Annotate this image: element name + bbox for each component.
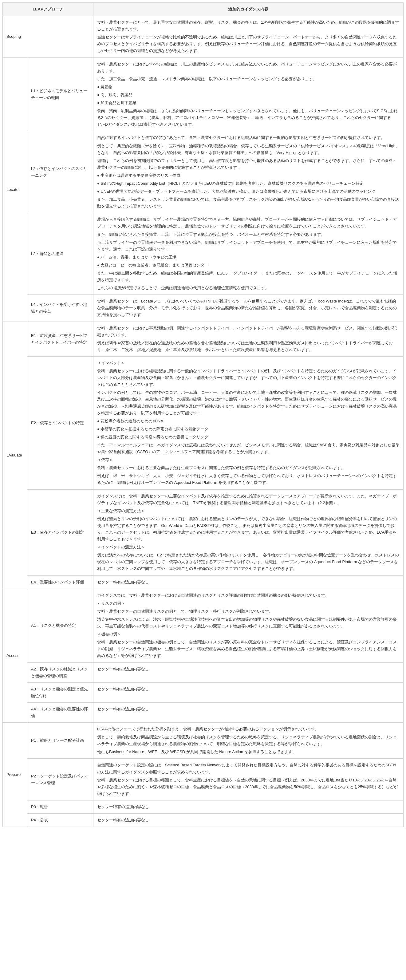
text: ＜依存＞ (97, 457, 400, 463)
text: ● 肉、鶏肉、乳製品 (97, 92, 400, 99)
text: 食料・農業セクターにおける目標の種類として、食料生産における目標値を（自然の意地… (97, 777, 400, 797)
text: セクター特有の追加内容なし (97, 666, 400, 673)
text: ● 加工食品と川下産業 (97, 100, 400, 107)
text: ＜機会の例＞ (97, 631, 400, 638)
sub-l3: L3：自然との接点 (27, 213, 94, 295)
text: ● 農産物 (97, 84, 400, 91)
content-a1: ガイダンスでは、食料・農業セクターにおける自然関連のリスクとリスク評価の例並び自… (94, 589, 404, 662)
text: ● 大豆とコーヒーの輸出業者、協同組合、または保管センター (97, 262, 400, 269)
phase-assess: Assess (3, 589, 27, 722)
content-a2: セクター特有の追加内容なし (94, 662, 404, 682)
text: ● 花粉媒介者数の追跡のためのeDNA (97, 418, 400, 425)
text: 食料・農業セクターにおける組織活動に関する一般的なインパクトドライバーとインパク… (97, 368, 400, 388)
text: ● UNEPの世界大気汚染データ・プラットフォームを参照した、大気汚染濃度が高い… (97, 188, 400, 195)
text: また、組織は特定された直接操業、上流、下流に位置する拠点が接点を持つ、バイオーム… (97, 231, 400, 238)
text: ＜インパクト＞ (97, 360, 400, 366)
text: 例えば、綿、米、サトウキビ、大豆、小麦、ジャガイモは水に大きく依存している作物と… (97, 473, 400, 486)
text: ● SBTNのHigh Impact Commodity List（HICL）及… (97, 180, 400, 187)
text: 食料・農業セクターの自然関連の機会の例として、自然関連のリスクが高い原材料の完全… (97, 639, 400, 659)
text: また、牛は拠点間を移動するため、組織は各国の物的資産登録簿、ESGデータプロバイ… (97, 270, 400, 283)
sub-p4: P4：公表 (27, 814, 94, 827)
text: 例として、典型的な穀類（米を除く）、豆科作物、油糧種子の栽培活動の場合、依存して… (97, 143, 400, 156)
text: 例えば淡水への依存については、E2 で特定された淡水依存度の高い作物のリストを使… (97, 552, 400, 572)
content-l4: 食料・農業セクターは、LocateフェーズにおいていくつかのTNFDが推奨するツ… (94, 295, 404, 321)
sub-e1: E1：環境資産、生態系サービスとインパクトドライバーの特定 (27, 321, 94, 356)
content-p2: 自然関連のターゲット設定の際には、Science Based Targets N… (94, 759, 404, 800)
text: セクター特有の追加内容なし (97, 706, 400, 713)
content-a4: セクター特有の追加内容なし (94, 702, 404, 722)
text: 食料・農業セクターにおけるすべての組織は、川上の農産物をビジネスモデルに組み込ん… (97, 61, 400, 75)
content-l2: 自然に対するインパクトと依存の特定にあたって、食料・農業セクターにおける組織活動… (94, 131, 404, 213)
sub-p1: P1：戦略とリソース配分計画 (27, 723, 94, 759)
text: ● 水循環の変化を把握するための降雨分布に関する気象データ (97, 426, 400, 433)
text: セクター特有の追加内容なし (97, 817, 400, 824)
sub-e3: E3：依存とインパクトの測定 (27, 489, 94, 576)
content-p4: セクター特有の追加内容なし (94, 814, 404, 827)
text: インパクトの例としては、牛の放牧やココア、パーム油、コーヒー、大豆の生産において… (97, 389, 400, 416)
text: ＜主要な依存の測定方法＞ (97, 508, 400, 514)
content-e4: セクター特有の追加内容なし (94, 576, 404, 589)
phase-prepare: Prepare (3, 723, 27, 827)
content-e1: 食料・農業セクターにおける事業活動の例、関連するインパクトドライバー、インパクト… (94, 321, 404, 356)
text: 農場から直接購入する組織は、サプライヤー農場の位置を特定できる一方、協同組合や商… (97, 216, 400, 230)
text: 例として、契約栽培及び商品調達から生じる環境及び社会的リスクを管理するための戦略… (97, 734, 400, 747)
text: セクター特有の追加内容なし (97, 686, 400, 692)
text: ＜インパクトの測定方法＞ (97, 544, 400, 550)
text: ● 生産または調達する主要農産物のリスト作成 (97, 172, 400, 179)
content-e2: ＜インパクト＞ 食料・農業セクターにおける組織活動に関する一般的なインパクトドラ… (94, 356, 404, 489)
text: 食料・農業セクターは、LocateフェーズにおいていくつかのTNFDが推奨するツ… (97, 298, 400, 318)
text: 当該セクターはサプライチェーンが複雑で比較的不透明であるため、組織は川上と川下の… (97, 34, 400, 54)
text: 組織は、これらの例を初期段階でのフィルターとして使用し、高い依存度と影響を持つ可… (97, 158, 400, 171)
text: 食料・農業セクターにおける事業活動の例、関連するインパクトドライバー、インパクト… (97, 325, 400, 339)
sub-l1: L1：ビジネスモデルとバリューチェーンの範囲 (27, 57, 94, 131)
content-a3: セクター特有の追加内容なし (94, 682, 404, 702)
sub-p2: P2：ターゲット設定及びパフォーマンス管理 (27, 759, 94, 800)
text: 食料・農業セクターの自然関連リスクの例として、物理リスク・移行リスクが列挙されて… (97, 608, 400, 615)
text: 食料・農業セクターにとって、最も重大な自然関連の依存、影響、リスク、機会の多くは… (97, 19, 400, 33)
text: ＜リスクの例＞ (97, 600, 400, 607)
phase-locate: Locate (3, 57, 27, 321)
sub-p3: P3：報告 (27, 800, 94, 813)
text: また、加工食品、小売業者、レストラン業界の組織においては、食品包装を含むプラスチ… (97, 196, 400, 210)
sub-a1: A1：リスクと機会の特定 (27, 589, 94, 662)
text: また、アニマルウェルフェアは、本ガイダンスでは広範には扱われていませんが、ビジネ… (97, 442, 400, 455)
sub-l4: L4：インパクトを受けやすい地域との接点 (27, 295, 94, 321)
phase-scoping: Scoping (3, 16, 94, 57)
text: ガイダンスでは、食料・農業セクターの主要なインパクト及び依存を推定するために推奨… (97, 493, 400, 506)
header-approach: LEAPアプローチ (3, 3, 94, 16)
text: 汚染集中や水ストレスによる、浄水・脱塩技術や土壌浄化技術への資本支出の増加等の物… (97, 616, 400, 630)
content-l3: 農場から直接購入する組織は、サプライヤー農場の位置を特定できる一方、協同組合や商… (94, 213, 404, 295)
text: ● 種の豊度の変化に関する洞察を得るための音響モニタリング (97, 434, 400, 441)
text: セクター特有の追加内容なし (97, 803, 400, 810)
text: また、加工食品、食品小売・流通、レストラン業界の組織は、以下のバリューチェーンを… (97, 76, 400, 83)
text: 例えば耕作や家畜の放牧／潜在的な過放牧のための整地を含む整地活動については土地の… (97, 340, 400, 353)
sub-l2: L2：依存とインパクトのスクリーニング (27, 131, 94, 213)
text: 食料・農業セクターにおける主要な商品または生産プロセスに関連した依存の例と依存を… (97, 465, 400, 471)
sub-a3: A3：リスクと機会の測定と優先順位付け (27, 682, 94, 702)
text: 自然関連のターゲット設定の際には、Science Based Targets N… (97, 762, 400, 775)
sub-e4: E4：重要性のインパクト評価 (27, 576, 94, 589)
sub-a2: A2：既存リスクの軽減とリスクと機会の管理の調整 (27, 662, 94, 682)
content-e3: ガイダンスでは、食料・農業セクターの主要なインパクト及び依存を推定するために推奨… (94, 489, 404, 576)
sub-a4: A4：リスクと機会の重要性の評価 (27, 702, 94, 722)
text: これらの場所が特定できることで、企業は調達地域の代用となる地理位置情報を使用でき… (97, 285, 400, 291)
text: 食肉、鶏肉、乳製品業界の組織は、さらに動物飼料のバリューチェーンもマッピングすべ… (97, 108, 400, 128)
content-p1: LEAPの他のフェーズで行われた分析を踏まえ、食料・農業セクターが検討する必要の… (94, 723, 404, 759)
text: ガイダンスでは、食料・農業セクターにおける自然関連のリスクとリスク評価の例並び自… (97, 592, 400, 599)
text: 他にもBusiness for Nature、WEF、及び WBCSD が共同で… (97, 749, 400, 755)
text: LEAPの他のフェーズで行われた分析を踏まえ、食料・農業セクターが検討する必要の… (97, 726, 400, 733)
text: セクター特有の追加内容なし (97, 579, 400, 585)
leap-guidance-table: LEAPアプローチ 追加的ガイダンス内容 Scoping 食料・農業セクターにと… (2, 2, 404, 827)
header-content: 追加的ガイダンス内容 (94, 3, 404, 16)
sub-e2: E2：依存とインパクトの特定 (27, 356, 94, 489)
phase-evaluate: Evaluate (3, 321, 27, 589)
text: 自然に対するインパクトと依存の特定にあたって、食料・農業セクターにおける組織活動… (97, 134, 400, 141)
text: 例えば窒素とリンの余剰のインパクトについては、農家における窒素とリンのデータが入… (97, 515, 400, 542)
content-scoping: 食料・農業セクターにとって、最も重大な自然関連の依存、影響、リスク、機会の多くは… (94, 16, 404, 57)
text: ● パーム油、青果、またはサトウキビの工場 (97, 254, 400, 261)
content-p3: セクター特有の追加内容なし (94, 800, 404, 813)
text: ※上流サプライヤーの位置情報データを利用できない場合、組織はサプライシェッド・ア… (97, 239, 400, 253)
content-l1: 食料・農業セクターにおけるすべての組織は、川上の農産物をビジネスモデルに組み込ん… (94, 57, 404, 131)
